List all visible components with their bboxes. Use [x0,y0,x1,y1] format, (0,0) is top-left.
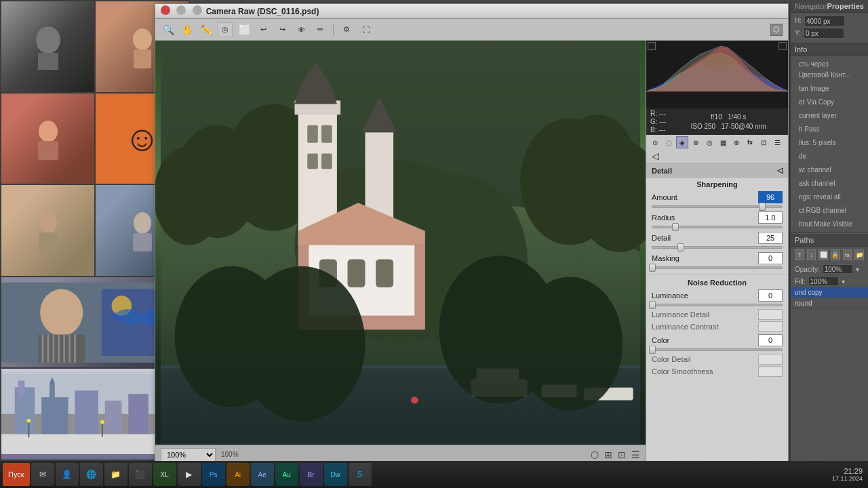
preferences-btn[interactable]: ⚙ [339,22,354,37]
detail-slider-thumb[interactable] [677,243,684,251]
layer-name-1: und copy [795,289,823,296]
crop-tool-btn[interactable]: ⬜ [237,22,252,37]
taskbar-mail[interactable]: ✉ [31,463,54,486]
taskbar-skype[interactable]: S [349,463,372,486]
layer-item-2[interactable]: round [791,298,868,309]
highlight-clip-indicator[interactable] [778,42,787,50]
presets-icon[interactable]: ☰ [771,136,783,148]
opacity-dropdown-icon[interactable]: ▾ [856,266,859,273]
svg-rect-1 [38,53,58,70]
color-row: Color 0 [646,333,788,348]
camera-raw-dialog: Camera Raw (DSC_0116.psd) 🔍 ✋ ✏️ ◎ ⬜ ↩ ↪… [155,3,789,464]
thumbnail-5[interactable] [1,185,94,276]
lens-corr-icon[interactable]: ⊕ [730,136,743,148]
fill-label: Fill: [795,278,806,285]
color-icon[interactable]: ◎ [703,136,715,148]
zoom-select[interactable]: 100% 50% 200% Fit in View [161,448,216,462]
color-slider-track[interactable] [652,348,783,351]
path-mask-icon[interactable]: ⬜ [818,249,828,260]
zoom-tool-btn[interactable]: 🔍 [161,22,176,37]
fill-dropdown-icon[interactable]: ▾ [842,278,845,285]
filmstrip-icon[interactable]: ☰ [631,449,640,460]
taskbar-photoshop[interactable]: Ps [202,463,225,486]
luminance-slider-track[interactable] [652,304,783,306]
rotate-cw-btn[interactable]: ↪ [275,22,290,37]
taskbar-after-effects[interactable]: Ae [251,463,274,486]
fx-icon[interactable]: fx [744,136,756,148]
color-slider-thumb[interactable] [649,346,656,354]
svg-rect-62 [376,259,393,287]
thumbnail-3[interactable] [1,94,94,184]
grid-icon[interactable]: ⊞ [604,449,612,460]
y-row: Y: 0 px [795,28,864,39]
taskbar-bridge[interactable]: Br [300,463,323,486]
rotate-ccw-btn[interactable]: ↩ [256,22,271,37]
tone-curve-icon[interactable]: ◌ [663,136,675,148]
radius-input[interactable]: 1.0 [758,211,783,224]
camera-calib-icon[interactable]: ⊡ [757,136,770,148]
properties-tab[interactable]: Properties [827,2,864,10]
luminance-slider-thumb[interactable] [649,301,656,309]
radius-slider-thumb[interactable] [672,223,679,231]
luminance-input[interactable]: 0 [758,289,783,302]
full-screen-btn[interactable]: ⛶ [358,22,373,37]
radius-slider-track[interactable] [652,226,783,228]
svg-rect-30 [128,394,149,434]
expand-icon[interactable]: ⊡ [618,449,626,460]
taskbar-audition[interactable]: Au [275,463,298,486]
maximize-button[interactable] [193,5,202,15]
masking-slider-thumb[interactable] [649,264,656,272]
taskbar-folder[interactable]: 📁 [104,463,127,486]
taskbar-media[interactable]: ▶ [178,463,201,486]
basic-icon[interactable]: ⊙ [649,136,661,148]
shadow-clip-indicator[interactable] [648,42,656,50]
thumbnail-1[interactable] [1,1,94,92]
minimize-button[interactable] [176,5,186,15]
masking-input[interactable]: 0 [758,252,783,264]
split-tone-icon[interactable]: ▦ [717,136,729,148]
toggle-view-icon[interactable]: ⬡ [591,449,599,460]
amount-slider-track[interactable] [652,205,783,208]
taskbar-browser[interactable]: 🌐 [80,463,103,486]
adjustment-brush-btn[interactable]: ✏ [313,22,328,37]
amount-input[interactable]: 96 [758,191,783,203]
taskbar-explorer[interactable]: ⬛ [129,463,152,486]
collapse-icon[interactable]: ◁ [649,150,661,162]
toggle-preview-btn[interactable]: ⬡ [770,24,783,36]
path-type-icon[interactable]: T [795,249,804,260]
navigator-tab[interactable]: Navigator [795,2,827,10]
amount-slider-thumb[interactable] [759,203,766,211]
masking-slider-track[interactable] [652,266,783,269]
hand-tool-btn[interactable]: ✋ [180,22,195,37]
detail-slider-track[interactable] [652,246,783,249]
path-lock-icon[interactable]: 🔒 [831,249,840,260]
detail-input[interactable]: 25 [758,232,783,244]
info-header[interactable]: Info [791,43,868,56]
luminance-detail-label: Luminance Detail [652,310,755,319]
detail-section-header[interactable]: Detail ◁ [646,164,788,178]
opacity-input[interactable] [823,264,853,274]
start-button[interactable]: Пуск [3,463,30,486]
taskbar-excel[interactable]: XL [153,463,176,486]
hsl-icon[interactable]: ⊛ [690,136,702,148]
taskbar-people[interactable]: 👤 [56,463,79,486]
targeted-adj-btn[interactable]: ◎ [218,22,233,37]
taskbar-illustrator[interactable]: Ai [226,463,250,486]
red-eye-btn[interactable]: 👁 [294,22,309,37]
fill-input[interactable] [808,277,839,286]
color-input[interactable]: 0 [758,334,783,346]
layer-item-1[interactable]: und copy [791,287,868,298]
path-folder-icon[interactable]: 📁 [854,249,864,260]
y-input[interactable]: 0 px [804,28,844,39]
preview-area[interactable]: 100% 50% 200% Fit in View 100% ⬡ ⊞ ⊡ ☰ [155,41,646,464]
title-bar[interactable]: Camera Raw (DSC_0116.psd) [155,4,788,19]
close-button[interactable] [161,5,170,15]
eyedropper-tool-btn[interactable]: ✏️ [199,22,214,37]
h-input[interactable]: 4000 px [804,16,845,26]
paths-header[interactable]: Paths [791,233,868,247]
path-move-icon[interactable]: ↕ [807,249,816,260]
path-fx-icon[interactable]: fx [843,249,852,260]
detail-icon[interactable]: ◈ [676,136,688,148]
color-slider-row [646,348,788,353]
taskbar-dreamweaver[interactable]: Dw [324,463,347,486]
